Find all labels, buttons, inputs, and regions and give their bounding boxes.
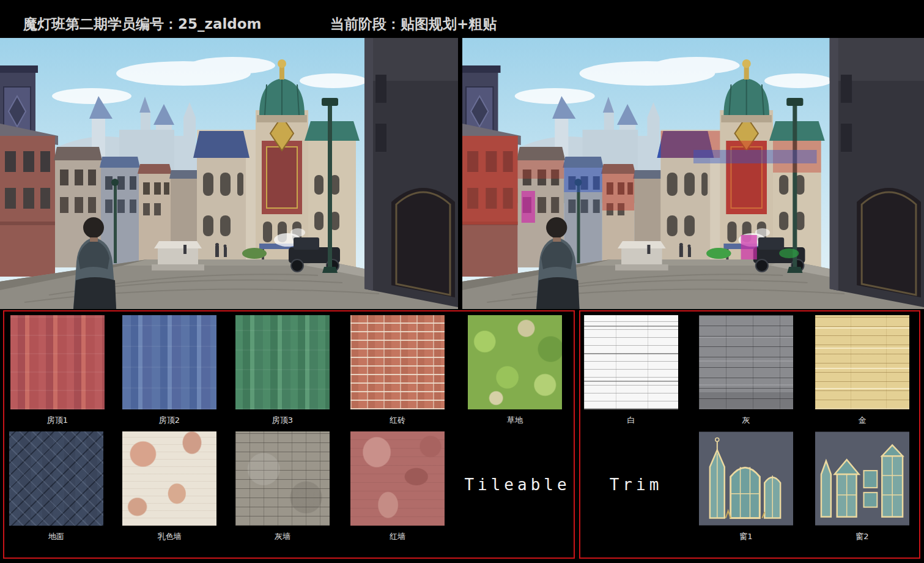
texture-swatch-red-wall (350, 431, 445, 526)
texture-swatch-trim-grey (699, 315, 793, 409)
texture-tile-red-wall: 红墙 (350, 431, 445, 542)
texture-tile-grass: 草地 (468, 315, 562, 426)
texture-label-trim-gold: 金 (815, 415, 909, 426)
texture-swatch-cream-wall (122, 431, 216, 526)
texture-swatch-trim-gold (815, 315, 909, 409)
header-bar: 魔灯班第二期学员编号：25_zaldom 当前阶段：贴图规划+粗贴 (0, 0, 924, 38)
trim-panel: 白 灰 金 Trim (579, 310, 920, 559)
texture-swatch-roof3 (235, 315, 330, 409)
texture-swatch-roof1 (10, 315, 105, 409)
texture-tile-ground: 地面 (9, 431, 103, 542)
texture-swatch-trim-white (584, 315, 678, 409)
texture-swatch-grey-wall (235, 431, 330, 526)
course-student-id-label: 魔灯班第二期学员编号：25_zaldom (23, 15, 262, 34)
tileable-panel: 房顶1 房顶2 房顶3 红砖 草地 地面 乳色墙 灰墙 (3, 310, 575, 559)
texture-tile-cream-wall: 乳色墙 (122, 431, 216, 542)
texture-label-roof2: 房顶2 (122, 415, 216, 426)
texture-label-grass: 草地 (468, 415, 562, 426)
texture-label-roof3: 房顶3 (235, 415, 330, 426)
texture-tile-window1: 窗1 (699, 431, 793, 542)
current-stage-label: 当前阶段：贴图规划+粗贴 (330, 15, 497, 34)
texture-tile-red-brick: 红砖 (350, 315, 445, 426)
texture-tile-trim-white: 白 (584, 315, 678, 426)
texture-label-red-wall: 红墙 (350, 531, 445, 542)
page: 魔灯班第二期学员编号：25_zaldom 当前阶段：贴图规划+粗贴 (0, 0, 924, 563)
texture-label-window2: 窗2 (815, 531, 909, 542)
tileable-panel-title: Tileable (459, 475, 575, 494)
scene-render-original (0, 38, 458, 309)
texture-tile-trim-gold: 金 (815, 315, 909, 426)
texture-swatch-window2 (815, 431, 909, 526)
texture-swatch-grass (468, 315, 562, 409)
texture-label-roof1: 房顶1 (10, 415, 105, 426)
trim-panel-title: Trim (584, 475, 688, 494)
texture-swatch-ground (9, 431, 103, 526)
texture-swatch-roof2 (122, 315, 216, 409)
texture-tile-grey-wall: 灰墙 (235, 431, 330, 542)
texture-label-cream-wall: 乳色墙 (122, 531, 216, 542)
texture-label-trim-grey: 灰 (699, 415, 793, 426)
texture-label-grey-wall: 灰墙 (235, 531, 330, 542)
texture-tile-trim-grey: 灰 (699, 315, 793, 426)
texture-tile-roof2: 房顶2 (122, 315, 216, 426)
texture-tile-roof1: 房顶1 (10, 315, 105, 426)
texture-label-window1: 窗1 (699, 531, 793, 542)
scene-render-texture-blockout (462, 38, 924, 309)
texture-tile-roof3: 房顶3 (235, 315, 330, 426)
texture-label-trim-white: 白 (584, 415, 678, 426)
texture-swatch-window1 (699, 431, 793, 526)
texture-label-red-brick: 红砖 (350, 415, 445, 426)
texture-label-ground: 地面 (9, 531, 103, 542)
texture-tile-window2: 窗2 (815, 431, 909, 542)
texture-swatch-red-brick (350, 315, 445, 409)
